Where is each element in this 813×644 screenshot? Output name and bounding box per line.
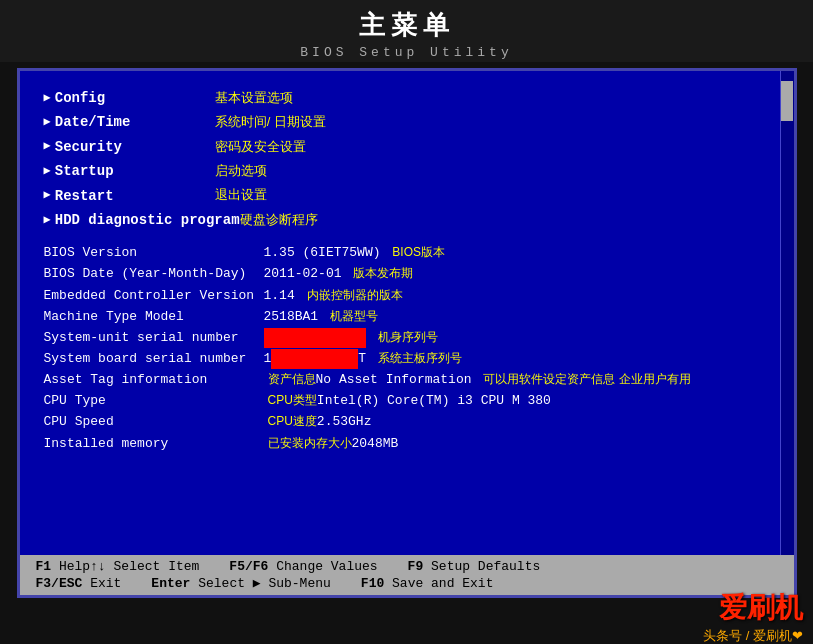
info-val-cn: 可以用软件设定资产信息 企业用户有用	[483, 372, 690, 386]
menu-item-1[interactable]: ▶ Date/Time 系统时间/ 日期设置	[44, 111, 764, 133]
info-label: Installed memory	[44, 434, 264, 454]
bottom-item-r1-2: F9 Setup Defaults	[408, 559, 541, 574]
info-section: BIOS Version1.35 (6IET75WW) BIOS版本BIOS D…	[44, 243, 764, 453]
info-label: BIOS Version	[44, 243, 264, 263]
info-label-cn: CPU速度	[268, 412, 317, 431]
info-val-cn: 版本发布期	[353, 266, 413, 280]
menu-item-3[interactable]: ▶ Startup 启动选项	[44, 160, 764, 182]
menu-cn: 退出设置	[215, 185, 267, 206]
bottom-item-r2-2: F10 Save and Exit	[361, 576, 494, 591]
menu-item-2[interactable]: ▶ Security 密码及安全设置	[44, 136, 764, 158]
menu-arrow: ▶	[44, 162, 51, 181]
menu-arrow: ▶	[44, 186, 51, 205]
bottom-item-r1-1: F5/F6 Change Values	[229, 559, 377, 574]
main-title: 主菜单	[0, 8, 813, 43]
info-val-cn: 机身序列号	[378, 330, 438, 344]
info-label-cn: 资产信息	[268, 370, 316, 389]
info-val: No Asset Information 可以用软件设定资产信息 企业用户有用	[316, 370, 764, 390]
menu-key: Restart	[55, 185, 215, 207]
bottom-bar: F1 Help↑↓ Select ItemF5/F6 Change Values…	[20, 555, 794, 595]
menu-cn: 密码及安全设置	[215, 137, 306, 158]
bottom-desc: Change Values	[276, 559, 377, 574]
bottom-item-r2-0: F3/ESC Exit	[36, 576, 122, 591]
bottom-row-2: F3/ESC ExitEnter Select ▶ Sub-MenuF10 Sa…	[36, 575, 778, 591]
info-row-3: Machine Type Model2518BA1 机器型号	[44, 307, 764, 327]
bottom-key: F5/F6	[229, 559, 268, 574]
bottom-item-r1-0: F1 Help↑↓ Select Item	[36, 559, 200, 574]
menu-arrow: ▶	[44, 113, 51, 132]
menu-key: Security	[55, 136, 215, 158]
brand-sub: 头条号 / 爱刷机❤	[703, 627, 803, 644]
bios-content: ▶ Config 基本设置选项 ▶ Date/Time 系统时间/ 日期设置 ▶…	[20, 71, 794, 465]
sub-title: BIOS Setup Utility	[0, 45, 813, 60]
info-label: Asset Tag information	[44, 370, 264, 390]
info-val: 2.53GHz	[317, 412, 764, 432]
bottom-desc: Help↑↓ Select Item	[59, 559, 199, 574]
redacted-val: ██████	[271, 349, 358, 369]
info-label: Embedded Controller Version	[44, 286, 264, 306]
info-val-cn: BIOS版本	[392, 245, 445, 259]
bottom-desc: Exit	[90, 576, 121, 591]
menu-key: Config	[55, 87, 215, 109]
bottom-desc: Setup Defaults	[431, 559, 540, 574]
info-val: 1.14 内嵌控制器的版本	[264, 286, 764, 306]
info-label: CPU Type	[44, 391, 264, 411]
info-row-2: Embedded Controller Version1.14 内嵌控制器的版本	[44, 286, 764, 306]
info-val: 2048MB	[352, 434, 764, 454]
menu-item-0[interactable]: ▶ Config 基本设置选项	[44, 87, 764, 109]
menu-item-4[interactable]: ▶ Restart 退出设置	[44, 185, 764, 207]
info-label: System board serial number	[44, 349, 264, 369]
menu-arrow: ▶	[44, 211, 51, 230]
info-label-cn: 已安装内存大小	[268, 434, 352, 453]
info-label: CPU Speed	[44, 412, 264, 432]
bottom-key: F10	[361, 576, 384, 591]
info-label-cn: CPU类型	[268, 391, 317, 410]
bottom-key: F1	[36, 559, 52, 574]
bottom-key: F9	[408, 559, 424, 574]
menu-key: HDD diagnostic program	[55, 209, 240, 231]
info-val: ████████ 机身序列号	[264, 328, 764, 348]
info-row-8: CPU SpeedCPU速度2.53GHz	[44, 412, 764, 432]
info-val: 2011-02-01 版本发布期	[264, 264, 764, 284]
info-val-cn: 机器型号	[330, 309, 378, 323]
outer-frame: 主菜单 BIOS Setup Utility ▶ Config 基本设置选项 ▶…	[0, 0, 813, 644]
info-label: Machine Type Model	[44, 307, 264, 327]
bottom-desc: Select ▶ Sub-Menu	[198, 576, 331, 591]
bottom-desc: Save and Exit	[392, 576, 493, 591]
info-row-5: System board serial number1██████T 系统主板序…	[44, 349, 764, 369]
menu-cn: 硬盘诊断程序	[240, 210, 318, 231]
info-row-9: Installed memory已安装内存大小2048MB	[44, 434, 764, 454]
menu-key: Date/Time	[55, 111, 215, 133]
info-val-cn: 系统主板序列号	[378, 351, 462, 365]
redacted-val: ████████	[264, 328, 366, 348]
info-row-4: System-unit serial number████████ 机身序列号	[44, 328, 764, 348]
info-val: 1.35 (6IET75WW) BIOS版本	[264, 243, 764, 263]
watermark-area: 爱刷机 头条号 / 爱刷机❤	[0, 594, 813, 644]
bottom-item-r2-1: Enter Select ▶ Sub-Menu	[151, 575, 330, 591]
info-val: Intel(R) Core(TM) i3 CPU M 380	[317, 391, 764, 411]
info-val: 2518BA1 机器型号	[264, 307, 764, 327]
bottom-key: Enter	[151, 576, 190, 591]
scrollbar[interactable]: ▼	[780, 71, 794, 595]
menu-key: Startup	[55, 160, 215, 182]
bios-screen: ▶ Config 基本设置选项 ▶ Date/Time 系统时间/ 日期设置 ▶…	[17, 68, 797, 598]
menu-arrow: ▶	[44, 137, 51, 156]
info-label: System-unit serial number	[44, 328, 264, 348]
info-row-6: Asset Tag information资产信息No Asset Inform…	[44, 370, 764, 390]
menu-arrow: ▶	[44, 89, 51, 108]
menu-cn: 启动选项	[215, 161, 267, 182]
brand-main: 爱刷机	[703, 589, 803, 627]
menu-cn: 基本设置选项	[215, 88, 293, 109]
scrollbar-thumb[interactable]	[781, 81, 793, 121]
info-row-0: BIOS Version1.35 (6IET75WW) BIOS版本	[44, 243, 764, 263]
info-row-1: BIOS Date (Year-Month-Day)2011-02-01 版本发…	[44, 264, 764, 284]
info-val-cn: 内嵌控制器的版本	[307, 288, 403, 302]
info-val: 1██████T 系统主板序列号	[264, 349, 764, 369]
bottom-key: F3/ESC	[36, 576, 83, 591]
menu-cn: 系统时间/ 日期设置	[215, 112, 326, 133]
bottom-row-1: F1 Help↑↓ Select ItemF5/F6 Change Values…	[36, 559, 778, 574]
top-label: 主菜单 BIOS Setup Utility	[0, 0, 813, 62]
menu-section: ▶ Config 基本设置选项 ▶ Date/Time 系统时间/ 日期设置 ▶…	[44, 87, 764, 231]
menu-item-5[interactable]: ▶ HDD diagnostic program 硬盘诊断程序	[44, 209, 764, 231]
info-row-7: CPU TypeCPU类型Intel(R) Core(TM) i3 CPU M …	[44, 391, 764, 411]
